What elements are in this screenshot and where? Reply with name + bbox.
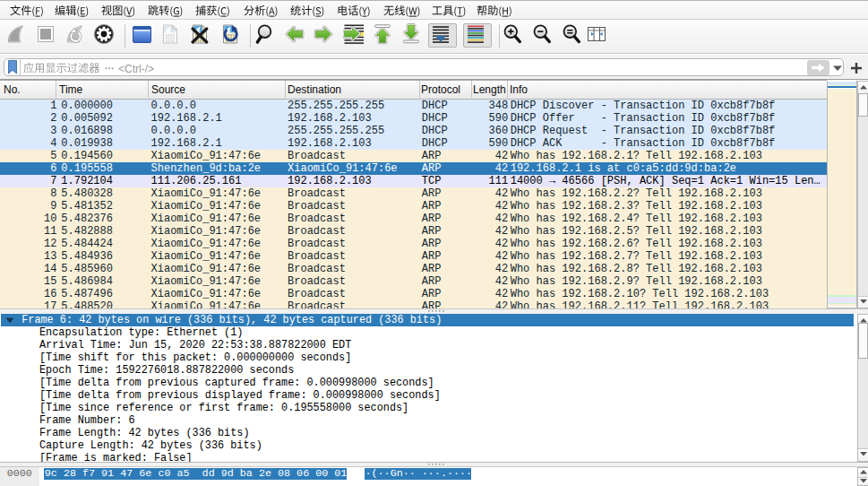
svg-text:<Ctrl-/>: <Ctrl-/> — [118, 63, 154, 75]
